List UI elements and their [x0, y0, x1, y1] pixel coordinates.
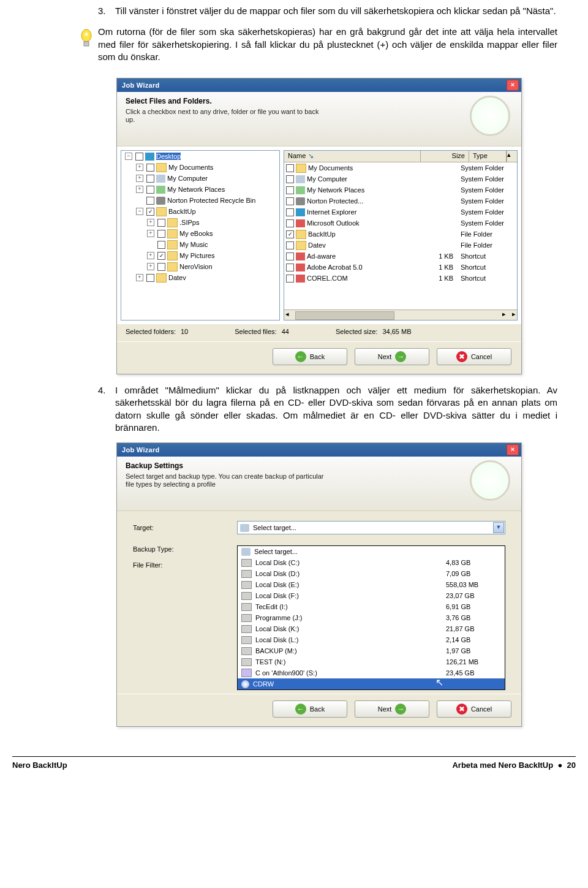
titlebar[interactable]: Job Wizard × [117, 78, 521, 92]
close-icon[interactable]: × [507, 444, 519, 455]
checkbox[interactable] [146, 175, 154, 183]
tree-row[interactable]: My Music [121, 239, 279, 250]
horizontal-scrollbar[interactable]: ◂ ▸ ▸ [284, 309, 517, 320]
net-icon [296, 186, 305, 194]
list-row[interactable]: My DocumentsSystem Folder [284, 162, 517, 173]
target-row: Target: Select target... ▼ [133, 521, 505, 534]
close-icon[interactable]: × [507, 80, 519, 91]
expander-icon[interactable]: + [147, 219, 154, 226]
checkbox[interactable] [286, 264, 294, 271]
window-title: Job Wizard [119, 82, 507, 89]
scroll-up-icon[interactable]: ▴ [507, 151, 517, 162]
expander-icon[interactable]: + [147, 252, 154, 259]
tree-row[interactable]: +My Computer [121, 173, 279, 184]
folder-icon [167, 240, 178, 249]
tree-row[interactable]: −✓BackItUp [121, 206, 279, 217]
back-button[interactable]: ←Back [273, 348, 347, 365]
list-row[interactable]: Ad-aware1 KBShortcut [284, 251, 517, 262]
folder-tree[interactable]: −Desktop+My Documents+My Computer+My Net… [121, 150, 280, 321]
list-row[interactable]: Microsoft OutlookSystem Folder [284, 218, 517, 229]
checkbox[interactable] [135, 153, 143, 161]
checkbox[interactable] [286, 275, 294, 283]
dropdown-item[interactable]: BACKUP (M:)1,97 GB [238, 645, 505, 656]
checkbox[interactable] [286, 186, 294, 194]
footer-left: Nero BackItUp [12, 761, 67, 770]
expander-icon[interactable]: − [136, 208, 143, 215]
checkbox[interactable] [146, 164, 154, 172]
dropdown-item[interactable]: CDRW↖ [238, 678, 505, 689]
checkbox[interactable] [286, 208, 294, 216]
tree-row[interactable]: +My Documents [121, 162, 279, 173]
expander-icon[interactable]: + [147, 263, 154, 270]
file-list[interactable]: Name↘ Size Type ▴ My DocumentsSystem Fol… [284, 150, 518, 321]
arrow-left-icon: ← [295, 351, 306, 362]
dropdown-item[interactable]: Local Disk (E:)558,03 MB [238, 579, 505, 590]
checkbox[interactable]: ✓ [286, 230, 294, 238]
checkbox[interactable] [286, 197, 294, 205]
titlebar[interactable]: Job Wizard × [117, 443, 521, 457]
expander-icon[interactable]: + [136, 274, 143, 281]
list-row[interactable]: COREL.COM1 KBShortcut [284, 273, 517, 284]
checkbox[interactable] [146, 186, 154, 194]
expander-icon[interactable]: + [147, 230, 154, 237]
list-row[interactable]: My Network PlacesSystem Folder [284, 184, 517, 195]
target-dropdown[interactable]: Select target...Local Disk (C:)4,83 GBLo… [237, 545, 505, 690]
list-row[interactable]: DatevFile Folder [284, 240, 517, 251]
dropdown-item[interactable]: C on 'Athlon900' (S:)23,45 GB [238, 667, 505, 678]
tree-row[interactable]: +Datev [121, 272, 279, 283]
checkbox[interactable] [286, 164, 294, 172]
next-button[interactable]: Next→ [355, 348, 429, 365]
tree-row[interactable]: −Desktop [121, 151, 279, 162]
dropdown-item[interactable]: Local Disk (C:)4,83 GB [238, 557, 505, 568]
folder-icon [296, 230, 306, 239]
tree-row[interactable]: +✓My Pictures [121, 250, 279, 261]
cancel-button[interactable]: ✖Cancel [437, 348, 511, 365]
dropdown-item[interactable]: TecEdit (I:)6,91 GB [238, 601, 505, 612]
list-row[interactable]: Norton Protected...System Folder [284, 195, 517, 207]
checkbox[interactable] [286, 175, 294, 183]
expander-icon[interactable]: + [136, 164, 143, 171]
list-row[interactable]: Adobe Acrobat 5.01 KBShortcut [284, 262, 517, 273]
dropdown-item[interactable]: Local Disk (K:)21,87 GB [238, 623, 505, 634]
list-row[interactable]: My ComputerSystem Folder [284, 173, 517, 184]
tree-row[interactable]: Norton Protected Recycle Bin [121, 195, 279, 206]
dropdown-item[interactable]: Programme (J:)3,76 GB [238, 612, 505, 623]
list-row[interactable]: ✓BackItUpFile Folder [284, 229, 517, 240]
cancel-button[interactable]: ✖Cancel [437, 700, 511, 718]
checkbox[interactable] [146, 197, 154, 205]
tree-row[interactable]: +My eBooks [121, 228, 279, 239]
expander-icon[interactable]: − [125, 153, 132, 160]
list-header[interactable]: Name↘ Size Type ▴ [284, 151, 517, 162]
chevron-down-icon[interactable]: ▼ [493, 522, 504, 533]
folder-icon [167, 262, 178, 271]
checkbox[interactable]: ✓ [146, 208, 154, 216]
list-row[interactable]: Internet ExplorerSystem Folder [284, 207, 517, 218]
dropdown-item[interactable]: Local Disk (L:)2,14 GB [238, 634, 505, 645]
checkbox[interactable] [157, 263, 165, 271]
arrow-right-icon: → [395, 351, 406, 362]
expander-icon[interactable]: + [136, 186, 143, 193]
dropdown-item[interactable]: Local Disk (F:)23,07 GB [238, 590, 505, 601]
next-button[interactable]: Next→ [355, 700, 429, 718]
svg-point-2 [85, 32, 88, 36]
checkbox[interactable]: ✓ [157, 252, 165, 260]
dropdown-item[interactable]: TEST (N:)126,21 MB [238, 656, 505, 667]
tree-row[interactable]: +My Network Places [121, 184, 279, 195]
dropdown-item[interactable]: Local Disk (D:)7,09 GB [238, 568, 505, 579]
drive-icon [241, 614, 252, 622]
checkbox[interactable] [286, 241, 294, 249]
expander-icon[interactable]: + [136, 175, 143, 182]
tree-row[interactable]: +.SIPps [121, 217, 279, 228]
checkbox[interactable] [157, 230, 165, 238]
checkbox[interactable] [286, 252, 294, 260]
checkbox[interactable] [286, 219, 294, 227]
tree-row[interactable]: +NeroVision [121, 261, 279, 272]
checkbox[interactable] [157, 241, 165, 249]
drive-icon [241, 625, 252, 633]
checkbox[interactable] [157, 219, 165, 227]
back-button[interactable]: ←Back [273, 700, 347, 718]
checkbox[interactable] [146, 274, 154, 282]
folder-icon [156, 207, 167, 216]
target-combo[interactable]: Select target... ▼ [237, 521, 505, 534]
dropdown-item[interactable]: Select target... [238, 546, 505, 557]
